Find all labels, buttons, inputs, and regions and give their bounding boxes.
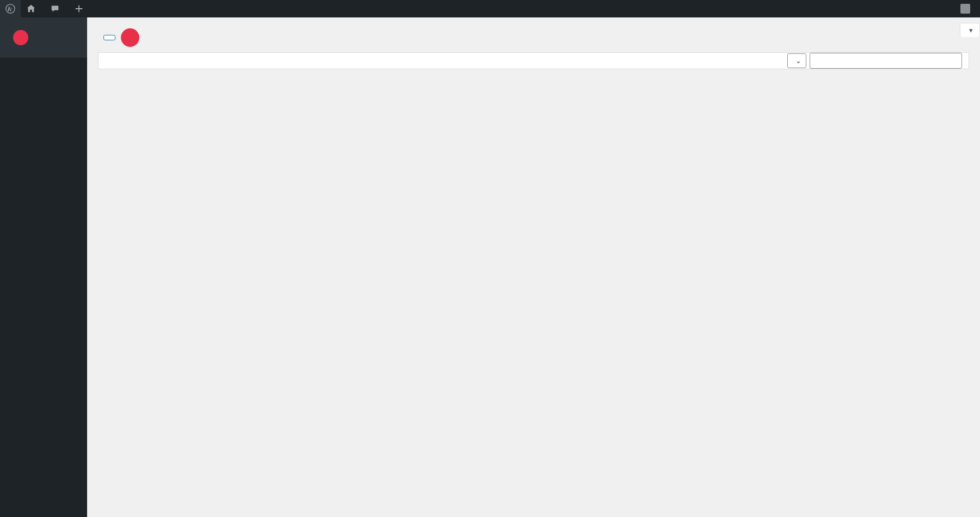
help-tab[interactable]: ▾ <box>960 23 980 37</box>
upload-plugin-button[interactable] <box>103 35 115 40</box>
submenu-add-new[interactable] <box>0 27 87 48</box>
wp-logo[interactable] <box>0 0 21 17</box>
adminbar-new[interactable] <box>69 0 93 17</box>
adminbar-comments[interactable] <box>45 0 69 17</box>
plugins-submenu <box>0 17 87 58</box>
svg-point-0 <box>6 4 15 13</box>
callout-1 <box>13 30 28 45</box>
admin-sidebar <box>0 17 87 517</box>
adminbar-account[interactable] <box>948 0 976 17</box>
callout-2 <box>121 28 139 47</box>
wp-adminbar <box>0 0 980 17</box>
wordpress-icon <box>5 4 15 14</box>
page-header <box>98 17 969 52</box>
home-icon <box>26 4 36 14</box>
avatar <box>960 4 970 14</box>
plus-icon <box>74 4 84 14</box>
chevron-down-icon: ⌄ <box>795 57 801 65</box>
submenu-installed[interactable] <box>0 22 87 27</box>
filter-bar: ⌄ <box>98 52 969 69</box>
adminbar-breeze[interactable] <box>93 0 103 17</box>
submenu-file-editor[interactable] <box>0 48 87 53</box>
search-type-select[interactable]: ⌄ <box>787 53 806 68</box>
site-name[interactable] <box>21 0 45 17</box>
search-input[interactable] <box>810 53 962 69</box>
chevron-down-icon: ▾ <box>969 26 973 34</box>
main-content: ▾ ⌄ <box>87 17 980 517</box>
comment-icon <box>50 4 60 14</box>
